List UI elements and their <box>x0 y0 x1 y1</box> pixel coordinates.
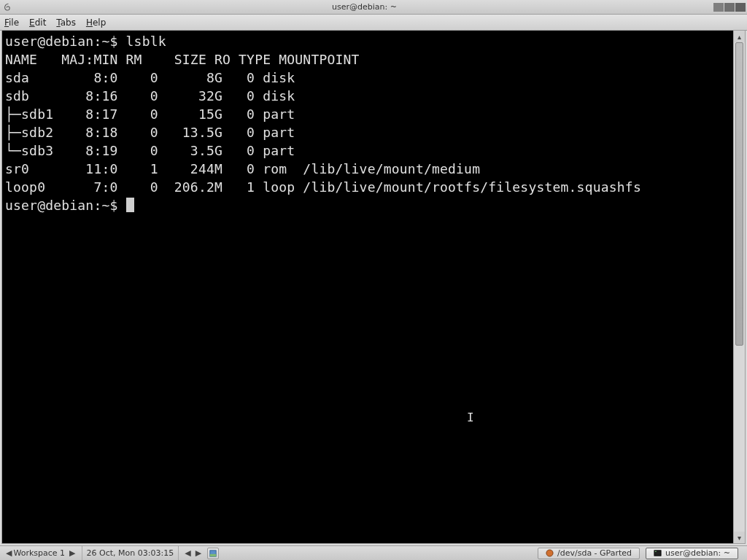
clock-prev-icon[interactable]: ◀ <box>183 548 192 558</box>
menu-tabs[interactable]: Tabs <box>56 18 76 28</box>
workspace-next-icon[interactable]: ▶ <box>68 548 77 558</box>
taskbar-app-gparted[interactable]: /dev/sda - GParted <box>538 548 640 559</box>
clock-widget[interactable]: 26 Oct, Mon 03:03:15 <box>82 546 179 560</box>
window-title: user@debian: ~ <box>16 2 713 12</box>
svg-point-2 <box>546 550 553 556</box>
workspace-prev-icon[interactable]: ◀ <box>4 548 13 558</box>
taskbar-app-terminal[interactable]: user@debian: ~ <box>646 548 738 559</box>
terminal-output[interactable]: user@debian:~$ lsblk NAME MAJ:MIN RM SIZ… <box>2 31 733 543</box>
taskbar-app-label: /dev/sda - GParted <box>557 548 632 558</box>
window-controls <box>713 3 746 12</box>
menu-help[interactable]: Help <box>86 18 106 28</box>
window-title-bar: user@debian: ~ <box>0 0 747 15</box>
svg-rect-1 <box>210 553 216 556</box>
taskbar-app-label: user@debian: ~ <box>665 548 730 558</box>
terminal-window: File Edit Tabs Help user@debian:~$ lsblk… <box>0 15 747 545</box>
workspace-switcher[interactable]: ◀ Workspace 1 ▶ <box>0 546 82 560</box>
window-control-box[interactable] <box>735 3 746 12</box>
debian-logo-icon[interactable] <box>0 0 16 15</box>
terminal-block-cursor <box>126 198 134 212</box>
window-control-box[interactable] <box>713 3 724 12</box>
menu-file[interactable]: File <box>4 18 19 28</box>
menu-edit[interactable]: Edit <box>29 18 46 28</box>
svg-rect-4 <box>655 551 657 552</box>
window-control-box[interactable] <box>724 3 735 12</box>
scroll-thumb[interactable] <box>735 42 743 346</box>
scroll-up-button[interactable]: ▴ <box>734 31 745 42</box>
workspace-label: Workspace 1 <box>13 548 65 558</box>
show-desktop-button[interactable] <box>207 548 219 559</box>
taskbar: ◀ Workspace 1 ▶ 26 Oct, Mon 03:03:15 ◀ ▶… <box>0 545 747 560</box>
terminal-scrollbar[interactable]: ▴ ▾ <box>733 31 745 543</box>
terminal-outer: user@debian:~$ lsblk NAME MAJ:MIN RM SIZ… <box>1 31 746 544</box>
scroll-track[interactable] <box>734 42 745 532</box>
clock-label: 26 Oct, Mon 03:03:15 <box>87 548 174 558</box>
scroll-down-button[interactable]: ▾ <box>734 532 745 543</box>
clock-nav: ◀ ▶ <box>179 546 223 560</box>
clock-next-icon[interactable]: ▶ <box>194 548 203 558</box>
menu-bar: File Edit Tabs Help <box>0 15 747 31</box>
